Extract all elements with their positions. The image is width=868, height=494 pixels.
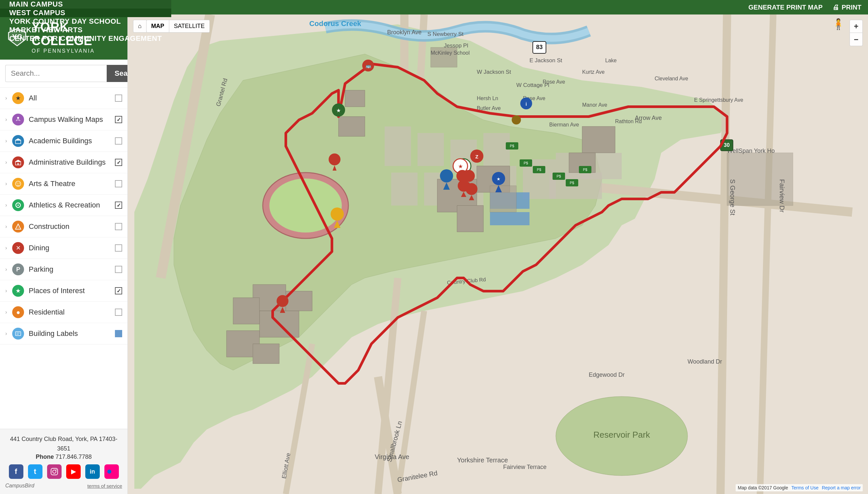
sidebar-footer: 441 Country Club Road, York, PA 17403-36… [0,429,128,494]
cat-label-building-labels: Building Labels [28,329,110,338]
youtube-icon[interactable]: ▶ [66,464,81,479]
zoom-out-button[interactable]: − [850,33,863,46]
cat-checkbox-academic[interactable] [115,137,122,145]
linkedin-icon[interactable]: in [85,464,100,479]
svg-point-22 [56,469,57,470]
svg-text:83: 83 [536,44,543,51]
category-item-building-labels[interactable]: › Building Labels [0,323,128,344]
generate-print-map-button[interactable]: GENERATE PRINT MAP [749,4,823,11]
category-item-arts[interactable]: › Arts & Theatre [0,173,128,195]
sidebar: YC YORK COLLEGE OF PENNSYLVANIA « Search… [0,15,128,494]
svg-text:★: ★ [336,108,341,113]
search-input[interactable] [5,65,107,82]
cat-checkbox-construction[interactable] [115,223,122,230]
category-item-residential[interactable]: › ● Residential [0,302,128,323]
svg-text:Brooklyn Ave: Brooklyn Ave [387,29,422,36]
twitter-icon[interactable]: t [28,464,42,479]
cat-checkbox-dining[interactable] [115,244,122,252]
svg-text:Manor Ave: Manor Ave [582,102,607,108]
svg-rect-38 [385,127,411,166]
cat-label-dining: Dining [28,244,110,252]
svg-text:🚌: 🚌 [366,63,371,69]
category-item-administrative[interactable]: › Administrative Buildings [0,152,128,173]
svg-point-12 [19,183,20,184]
chevron-icon-admin: › [5,159,7,165]
cat-checkbox-admin[interactable] [115,159,122,166]
cat-checkbox-residential[interactable] [115,309,122,316]
search-button[interactable]: Search [107,65,128,82]
tab-york-country-day[interactable]: YORK COUNTRY DAY SCHOOL [0,17,171,26]
footer-address: 441 Country Club Road, York, PA 17403-36… [5,434,122,454]
category-item-walking-maps[interactable]: › Campus Walking Maps [0,109,128,130]
cat-checkbox-parking[interactable] [115,266,122,273]
cat-icon-parking: P [12,264,24,275]
tab-main-campus[interactable]: MAIN CAMPUS [0,0,171,8]
category-item-parking[interactable]: › P Parking [0,259,128,280]
svg-rect-39 [418,133,444,166]
campusbird-logo: CampusBird [5,483,34,489]
svg-text:P$: P$ [524,161,528,165]
category-item-dining[interactable]: › ✕ Dining [0,238,128,259]
printer-icon: 🖨 [832,4,839,11]
cat-icon-admin [12,156,24,168]
svg-line-3 [16,119,17,121]
cat-label-academic: Academic Buildings [28,137,110,145]
instagram-icon[interactable] [47,464,62,479]
svg-text:Kurtz Ave: Kurtz Ave [582,69,604,75]
category-item-academic[interactable]: › Academic Buildings [0,130,128,152]
cat-label-walking: Campus Walking Maps [28,115,110,124]
tab-marketview-arts[interactable]: MARKETVIEW ARTS [0,26,171,34]
cat-icon-athletics [12,199,24,211]
category-item-athletics[interactable]: › Athletics & Recreation [0,195,128,216]
category-item-construction[interactable]: › ! Construction [0,216,128,238]
chevron-icon-construction: › [5,224,7,230]
street-view-icon[interactable]: 🧍 [832,18,845,30]
terms-of-use-link[interactable]: Terms of Use [791,485,818,490]
svg-rect-50 [576,173,602,199]
svg-rect-59 [457,206,483,232]
svg-text:i: i [525,101,527,107]
print-button[interactable]: 🖨 PRINT [832,4,862,11]
footer-phone: Phone 717.846.7788 [5,454,122,460]
cat-checkbox-places[interactable] [115,287,122,294]
category-item-places[interactable]: › ★ Places of Interest [0,280,128,302]
tab-center-community[interactable]: CENTER FOR COMMUNITY ENGAGEMENT [0,34,171,43]
map-data-text: Map data ©2017 Google [738,485,788,490]
cat-checkbox-athletics[interactable] [115,202,122,209]
cat-label-construction: Construction [28,222,110,231]
satellite-view-button[interactable]: SATELLITE [169,20,210,33]
category-item-all[interactable]: › ★ All [0,88,128,109]
svg-text:WellSpan York Ho: WellSpan York Ho [727,148,775,154]
cat-checkbox-walking[interactable] [115,116,122,123]
svg-rect-17 [16,331,21,336]
svg-text:W Jackson St: W Jackson St [477,69,511,75]
facebook-icon[interactable]: f [9,464,23,479]
cat-checkbox-building-labels[interactable] [115,330,122,337]
svg-text:30: 30 [724,142,730,148]
cat-icon-places: ★ [12,285,24,297]
svg-text:Fairview Dr: Fairview Dr [778,179,786,212]
svg-text:P$: P$ [537,168,541,172]
svg-point-14 [17,205,19,206]
terms-of-service-link[interactable]: terms of service [87,483,122,489]
nav-right-actions: GENERATE PRINT MAP 🖨 PRINT [742,0,868,15]
svg-text:Z: Z [475,154,478,159]
svg-text:S Newberry St: S Newberry St [427,31,464,37]
cat-icon-all: ★ [12,92,24,104]
svg-line-4 [19,119,20,121]
svg-point-135 [329,153,341,165]
phone-label: Phone [36,454,54,460]
top-navigation: MAIN CAMPUS WEST CAMPUS YORK COUNTRY DAY… [0,0,868,15]
flickr-icon[interactable] [104,464,119,479]
svg-text:Jessop Pl: Jessop Pl [444,42,468,49]
map-area[interactable]: Reservoir Park Codorus Creek Grantel Rd … [128,15,868,494]
cat-checkbox-arts[interactable] [115,180,122,187]
svg-point-150 [276,295,288,307]
report-error-link[interactable]: Report a map error [822,485,861,490]
chevron-icon-residential: › [5,309,7,315]
cat-checkbox-all[interactable] [115,95,122,102]
tab-west-campus[interactable]: WEST CAMPUS [0,8,171,17]
zoom-in-button[interactable]: + [850,20,863,33]
svg-text:Rose Ave: Rose Ave [543,79,565,84]
svg-point-139 [440,169,453,183]
